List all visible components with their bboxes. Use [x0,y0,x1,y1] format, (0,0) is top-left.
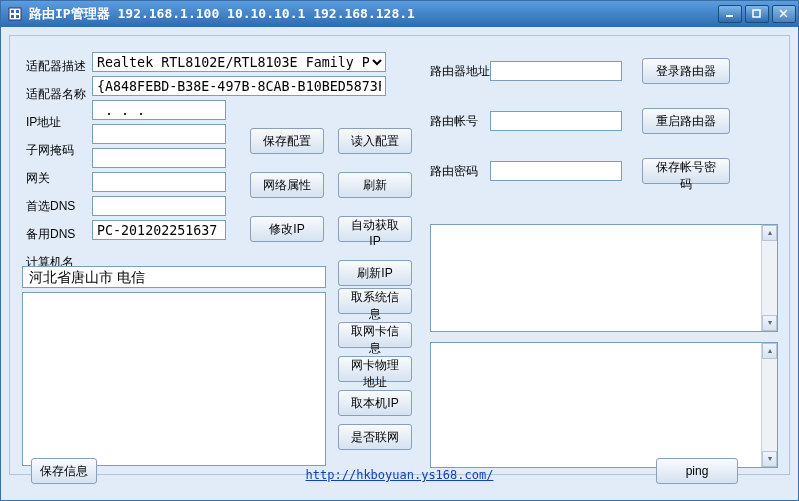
scroll-up-icon[interactable]: ▴ [762,225,777,241]
label-adapter-desc: 适配器描述 [26,54,88,78]
ip-field[interactable] [92,100,226,120]
label-gateway: 网关 [26,166,88,190]
scrollbar-1[interactable]: ▴ ▾ [761,225,777,331]
scroll-up-icon[interactable]: ▴ [762,343,777,359]
restart-router-button[interactable]: 重启路由器 [642,108,730,134]
gateway-field[interactable] [92,148,226,168]
svg-rect-6 [753,10,760,17]
label-adapter-name: 适配器名称 [26,82,88,106]
scroll-down-icon[interactable]: ▾ [762,451,777,467]
refresh-button[interactable]: 刷新 [338,172,412,198]
save-config-button[interactable]: 保存配置 [250,128,324,154]
maximize-button[interactable] [745,5,769,23]
label-router-addr: 路由器地址 [430,63,490,80]
modify-ip-button[interactable]: 修改IP [250,216,324,242]
router-pass-field[interactable] [490,161,622,181]
ping-button[interactable]: ping [656,458,738,484]
label-router-pass: 路由密码 [430,163,490,180]
router-addr-field[interactable] [490,61,622,81]
login-router-button[interactable]: 登录路由器 [642,58,730,84]
minimize-button[interactable] [718,5,742,23]
svg-rect-2 [16,10,19,13]
isp-location-box: 河北省唐山市 电信 [22,266,326,288]
output-textarea-1[interactable]: ▴ ▾ [430,224,778,332]
subnet-field[interactable] [92,124,226,144]
dns1-field[interactable] [92,172,226,192]
adapter-desc-select[interactable]: Realtek RTL8102E/RTL8103E Family PCI-E F… [92,52,386,72]
label-dns2: 备用DNS [26,222,88,246]
log-list-box[interactable] [22,292,326,466]
label-dns1: 首选DNS [26,194,88,218]
app-icon [7,6,23,22]
is-online-button[interactable]: 是否联网 [338,424,412,450]
router-user-field[interactable] [490,111,622,131]
scroll-down-icon[interactable]: ▾ [762,315,777,331]
load-config-button[interactable]: 读入配置 [338,128,412,154]
nic-phys-addr-button[interactable]: 网卡物理地址 [338,356,412,382]
window-title: 路由IP管理器 192.168.1.100 10.10.10.1 192.168… [29,5,715,23]
main-frame: 适配器描述 适配器名称 IP地址 子网掩码 网关 首选DNS 备用DNS 计算机… [9,35,790,475]
get-sys-info-button[interactable]: 取系统信息 [338,288,412,314]
scrollbar-2[interactable]: ▴ ▾ [761,343,777,467]
svg-rect-1 [11,10,14,13]
label-subnet: 子网掩码 [26,138,88,162]
svg-rect-3 [11,15,14,18]
dns2-field[interactable] [92,196,226,216]
net-props-button[interactable]: 网络属性 [250,172,324,198]
get-local-ip-button[interactable]: 取本机IP [338,390,412,416]
window-titlebar: 路由IP管理器 192.168.1.100 10.10.10.1 192.168… [1,1,798,27]
label-ip: IP地址 [26,110,88,134]
svg-rect-4 [16,15,19,18]
save-account-button[interactable]: 保存帐号密码 [642,158,730,184]
auto-get-ip-button[interactable]: 自动获取IP [338,216,412,242]
refresh-ip-button[interactable]: 刷新IP [338,260,412,286]
output-textarea-2[interactable]: ▴ ▾ [430,342,778,468]
computer-name-field[interactable] [92,220,226,240]
close-button[interactable] [772,5,796,23]
label-router-user: 路由帐号 [430,113,490,130]
adapter-name-field[interactable] [92,76,386,96]
get-nic-info-button[interactable]: 取网卡信息 [338,322,412,348]
svg-rect-0 [9,8,21,20]
